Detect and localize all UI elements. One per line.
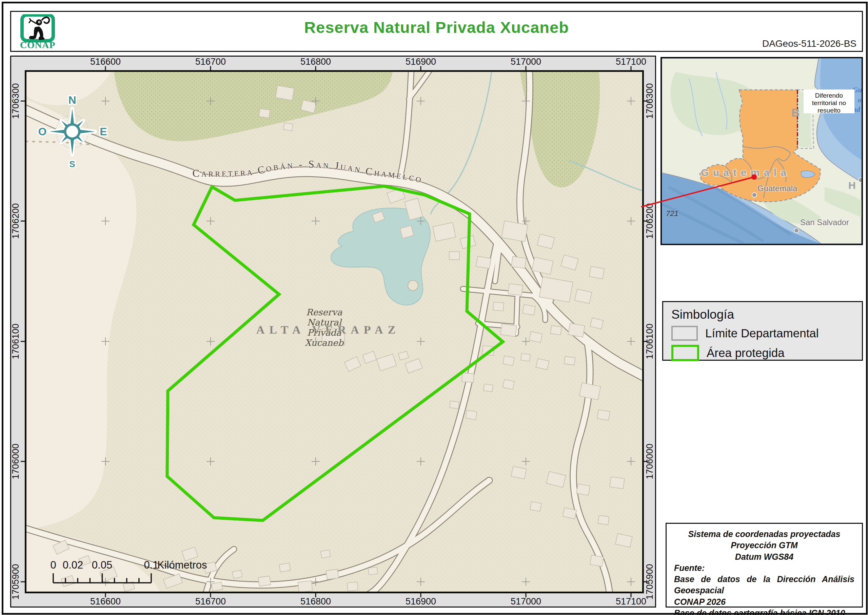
- building: [500, 324, 517, 337]
- scale-label: 0.05: [92, 559, 112, 571]
- city-label-guatemala: Guatemala: [757, 184, 798, 193]
- building: [449, 251, 459, 260]
- map-document: { "header": { "title": "Reserva Natural …: [0, 0, 868, 615]
- country-label: G u a t e m a l a: [701, 167, 787, 178]
- legend-item-label: Área protegida: [707, 346, 785, 360]
- scale-label: 0: [50, 559, 56, 571]
- inset-locator-map: BG u a t e m a l aH oGuoHond721Guatemala…: [660, 57, 863, 245]
- easting-label: 517000: [510, 57, 541, 67]
- building: [523, 304, 535, 315]
- building: [298, 581, 312, 592]
- building: [347, 582, 358, 591]
- scale-label: 0.1: [144, 559, 158, 571]
- protected-area-swatch: [671, 345, 699, 361]
- header: CONAP Reserva Natural Privada Xucaneb DA…: [10, 11, 863, 52]
- diferendo-annotation-text: Diferendo: [815, 92, 843, 99]
- building: [476, 256, 491, 268]
- svg-text:E: E: [100, 125, 107, 137]
- northing-label: 1705900: [645, 564, 655, 599]
- building: [589, 267, 604, 279]
- credits-line: CONAP 2026: [674, 596, 854, 607]
- pond-island: [408, 280, 418, 290]
- logo-text: CONAP: [20, 40, 56, 50]
- easting-label: 516700: [195, 596, 226, 607]
- scale-unit-label: Kilómetros: [157, 559, 207, 571]
- easting-label: 516600: [90, 596, 121, 607]
- building: [283, 123, 293, 131]
- building: [259, 108, 270, 118]
- building: [598, 515, 609, 525]
- building: [232, 570, 242, 579]
- building: [521, 353, 531, 361]
- building: [511, 256, 526, 268]
- legend-item-protected: Área protegida: [671, 345, 862, 361]
- svg-text:N: N: [68, 94, 76, 106]
- depth-label: 721: [666, 209, 679, 218]
- page-title: Reserva Natural Privada Xucaneb: [11, 18, 862, 37]
- credits-line: Proyección GTM: [674, 540, 854, 551]
- legend-title: Simbología: [671, 308, 862, 322]
- reserve-name-label: ReservaNaturalPrivadaXucaneb: [305, 307, 344, 348]
- diferendo-annotation-text: territorial no: [812, 99, 846, 106]
- building: [508, 284, 523, 295]
- map-collar: 5166005166005167005167005168005168005169…: [10, 56, 656, 607]
- legend: Simbología Límite Departamental Área pro…: [662, 301, 863, 361]
- northing-label: 1706100: [11, 323, 21, 359]
- easting-label: 516800: [300, 596, 331, 607]
- building: [368, 567, 378, 574]
- building: [550, 325, 562, 335]
- building: [493, 302, 504, 311]
- svg-text:S: S: [69, 159, 75, 169]
- easting-label: 517100: [616, 57, 646, 67]
- legend-item-label: Límite Departamental: [705, 326, 819, 340]
- map-drawing: ALTA VERAPAZReservaNaturalPrivadaXucaneb…: [27, 72, 642, 592]
- credits-line: Base de datos cartografía básica IGN 201…: [674, 607, 854, 615]
- scale-label: 0.02: [63, 559, 83, 571]
- building: [564, 356, 575, 365]
- legend-item-departmental: Límite Departamental: [671, 326, 862, 341]
- city-dot: [794, 228, 799, 233]
- building: [450, 401, 459, 409]
- building: [320, 550, 330, 558]
- building: [465, 410, 477, 420]
- northing-label: 1706100: [645, 323, 655, 359]
- northing-label: 1706200: [11, 203, 21, 239]
- credits-line: Datum WGS84: [674, 551, 854, 562]
- northing-label: 1705900: [11, 564, 21, 599]
- building: [597, 409, 610, 420]
- northing-label: 1706200: [645, 203, 655, 239]
- easting-label: 516900: [406, 57, 436, 67]
- easting-label: 517100: [616, 596, 646, 607]
- credits-line: Base de datos de la Dirección Análisis G…: [674, 574, 854, 596]
- easting-label: 517000: [510, 596, 541, 607]
- inset-drawing: BG u a t e m a l aH oGuoHond721Guatemala…: [662, 58, 862, 244]
- easting-label: 516800: [300, 57, 331, 67]
- building: [258, 576, 270, 586]
- svg-text:o: o: [858, 96, 862, 104]
- building: [530, 502, 542, 512]
- credits-box: Sistema de coordenadas proyectadasProyec…: [665, 523, 863, 607]
- building: [576, 484, 590, 495]
- building: [275, 86, 294, 100]
- svg-text:O: O: [38, 125, 47, 137]
- northing-label: 1706000: [645, 443, 655, 479]
- building: [462, 373, 474, 382]
- diferendo-annotation-text: resuelto: [818, 107, 840, 114]
- building: [326, 569, 339, 579]
- building: [484, 384, 493, 392]
- building: [590, 555, 604, 567]
- easting-label: 516600: [90, 57, 121, 67]
- northing-label: 1706000: [11, 443, 21, 479]
- easting-label: 516700: [195, 57, 226, 67]
- credits-line: Fuente:: [674, 562, 854, 574]
- building: [503, 379, 514, 390]
- northing-label: 1706300: [645, 83, 655, 119]
- city-dot: [752, 193, 757, 197]
- building: [610, 477, 624, 489]
- city-label-san-salvador: San Salvador: [800, 218, 849, 227]
- building: [279, 563, 290, 572]
- northing-label: 1706300: [11, 83, 21, 119]
- svg-text:B: B: [792, 106, 800, 119]
- easting-label: 516900: [406, 596, 436, 607]
- city-dot: [859, 178, 862, 183]
